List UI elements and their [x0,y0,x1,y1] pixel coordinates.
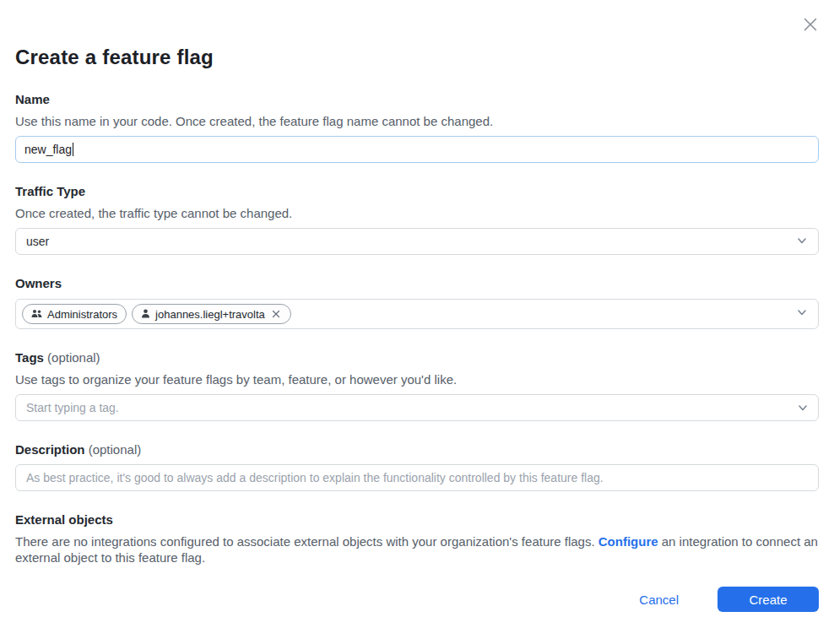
group-icon [31,308,42,321]
create-feature-flag-modal: Create a feature flag Name Use this name… [0,0,834,644]
external-objects-section: External objects There are no integratio… [15,512,819,566]
description-optional-text: (optional) [89,442,142,457]
tags-label-text: Tags [15,350,44,365]
name-input-value: new_flag [24,143,72,156]
create-button[interactable]: Create [718,587,819,612]
external-objects-label: External objects [15,512,819,527]
external-objects-text-before: There are no integrations configured to … [15,534,598,549]
name-section: Name Use this name in your code. Once cr… [15,92,819,163]
tags-input[interactable] [15,394,819,421]
traffic-type-section: Traffic Type Once created, the traffic t… [15,184,819,255]
owner-chip-user[interactable]: johannes.liegl+travolta [132,304,291,324]
traffic-type-select[interactable]: user [15,228,819,255]
description-label: Description (optional) [15,442,819,457]
chevron-down-icon [796,306,808,322]
traffic-type-selected-value: user [26,235,796,248]
owners-label: Owners [15,276,819,290]
tags-section: Tags (optional) Use tags to organize you… [15,350,819,421]
owners-section: Owners Administrators [15,276,819,329]
description-section: Description (optional) [15,442,819,491]
name-input[interactable]: new_flag [15,136,819,163]
traffic-type-description: Once created, the traffic type cannot be… [15,206,819,220]
tags-input-wrapper [15,394,819,421]
cancel-button[interactable]: Cancel [639,593,679,607]
owner-chip-administrators[interactable]: Administrators [22,304,127,324]
owners-select[interactable]: Administrators johannes.liegl+travolta [15,299,819,329]
owner-chip-label: johannes.liegl+travolta [155,308,265,321]
owner-chip-label: Administrators [47,308,117,321]
chevron-down-icon [796,235,808,249]
external-objects-text: There are no integrations configured to … [15,534,819,566]
tags-optional-text: (optional) [47,350,100,365]
name-description: Use this name in your code. Once created… [15,114,819,128]
traffic-type-label: Traffic Type [15,184,819,198]
description-input[interactable] [15,464,819,491]
configure-link[interactable]: Configure [598,534,658,549]
close-icon[interactable] [801,15,820,34]
owner-chips: Administrators johannes.liegl+travolta [22,304,796,324]
text-caret [73,143,73,156]
description-label-text: Description [15,442,85,457]
remove-owner-icon[interactable] [270,308,282,320]
tags-label: Tags (optional) [15,350,819,365]
tags-description: Use tags to organize your feature flags … [15,372,819,387]
page-title: Create a feature flag [15,46,819,69]
modal-footer: Cancel Create [639,587,819,612]
person-icon [141,308,150,321]
name-label: Name [15,92,819,106]
